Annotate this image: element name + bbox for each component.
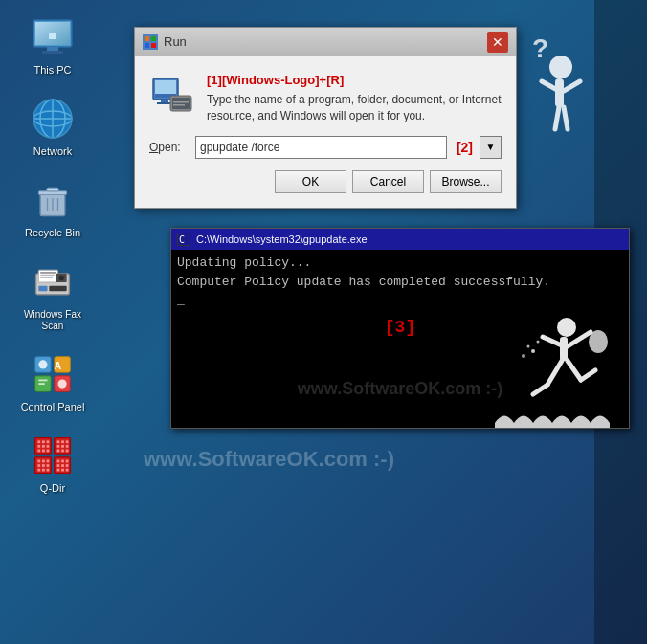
svg-line-110: [564, 81, 580, 91]
cmd-title-icon: C: [177, 233, 190, 246]
svg-rect-33: [38, 379, 47, 381]
desktop-icon-control-panel[interactable]: A Control Panel: [10, 346, 96, 418]
svg-rect-84: [161, 100, 168, 102]
svg-rect-44: [42, 445, 45, 448]
svg-line-98: [533, 385, 547, 394]
svg-rect-77: [151, 36, 156, 41]
control-panel-label: Control Panel: [21, 401, 85, 413]
svg-rect-40: [37, 440, 40, 443]
svg-rect-52: [57, 445, 60, 448]
svg-rect-90: [173, 104, 185, 106]
svg-rect-20: [40, 272, 56, 274]
network-icon: [30, 96, 76, 142]
svg-rect-48: [47, 449, 50, 452]
svg-rect-66: [47, 469, 50, 472]
run-dialog-close-button[interactable]: ✕: [487, 32, 508, 53]
svg-rect-51: [66, 440, 69, 443]
cmd-title-text: C:\Windows\system32\gpupdate.exe: [196, 233, 623, 245]
run-dialog-instruction-block: [1][Windows-Logo]+[R] Type the name of a…: [207, 71, 502, 124]
svg-line-100: [581, 370, 595, 380]
svg-rect-58: [37, 459, 40, 462]
svg-rect-34: [38, 383, 44, 385]
svg-rect-22: [40, 277, 53, 278]
cmd-titlebar: C C:\Windows\system32\gpupdate.exe: [171, 229, 629, 250]
run-dialog-icon: [149, 71, 195, 121]
run-dropdown-button[interactable]: ▼: [480, 136, 502, 159]
recycle-bin-label: Recycle Bin: [25, 227, 80, 239]
svg-rect-76: [145, 36, 149, 41]
desktop-icon-q-dir[interactable]: Q-Dir: [10, 428, 96, 500]
svg-rect-70: [57, 464, 60, 467]
svg-point-107: [549, 56, 572, 78]
svg-rect-5: [49, 33, 56, 39]
desktop-icon-this-pc[interactable]: This PC: [10, 10, 96, 81]
desktop-icon-network[interactable]: Network: [10, 91, 96, 163]
svg-rect-3: [47, 47, 58, 51]
cmd-line1: Updating policy...: [177, 254, 623, 273]
run-ok-button[interactable]: OK: [275, 170, 346, 193]
cmd-body: Updating policy... Computer Policy updat…: [171, 250, 629, 344]
svg-rect-61: [37, 464, 40, 467]
svg-rect-54: [66, 445, 69, 448]
svg-rect-14: [47, 189, 59, 192]
svg-rect-46: [37, 449, 40, 452]
svg-rect-57: [66, 449, 69, 452]
this-pc-label: This PC: [33, 64, 71, 77]
svg-rect-13: [38, 191, 66, 195]
svg-point-102: [531, 349, 535, 353]
desktop-icon-windows-fax-scan[interactable]: Windows Fax Scan: [10, 255, 96, 337]
svg-rect-78: [145, 43, 149, 48]
windows-fax-scan-icon: [30, 259, 76, 305]
svg-rect-72: [66, 464, 69, 467]
cmd-line2: Computer Policy update has completed suc…: [177, 273, 623, 292]
this-pc-icon: [30, 14, 76, 60]
svg-rect-68: [61, 459, 64, 462]
svg-rect-88: [172, 98, 190, 109]
run-dialog-header: [1][Windows-Logo]+[R] Type the name of a…: [149, 71, 502, 124]
svg-point-103: [527, 345, 530, 348]
network-label: Network: [33, 145, 72, 158]
svg-rect-50: [61, 440, 64, 443]
recycle-bin-icon: [30, 177, 76, 223]
svg-rect-49: [57, 440, 60, 443]
svg-line-99: [568, 361, 581, 380]
svg-text:?: ?: [532, 33, 548, 63]
desktop-icons: This PC Network: [0, 0, 105, 644]
run-dialog-body: [1][Windows-Logo]+[R] Type the name of a…: [135, 56, 516, 208]
svg-rect-64: [37, 469, 40, 472]
svg-rect-74: [61, 469, 64, 472]
run-browse-button[interactable]: Browse...: [430, 170, 502, 193]
step1-label: [1][Windows-Logo]+[R]: [207, 73, 344, 87]
svg-rect-71: [61, 464, 64, 467]
run-open-label: Open:: [149, 141, 188, 154]
svg-line-109: [542, 81, 559, 91]
svg-rect-108: [555, 78, 564, 107]
svg-rect-69: [66, 459, 69, 462]
run-dialog-title: Run: [164, 34, 187, 49]
q-dir-label: Q-Dir: [40, 482, 65, 495]
run-cancel-button[interactable]: Cancel: [352, 170, 424, 193]
windows-fax-scan-label: Windows Fax Scan: [14, 309, 91, 332]
run-title-icon: [143, 34, 158, 50]
svg-rect-42: [47, 440, 50, 443]
run-title-left: Run: [143, 34, 187, 50]
svg-rect-75: [66, 469, 69, 472]
svg-rect-73: [57, 469, 60, 472]
svg-rect-4: [42, 51, 63, 54]
control-panel-icon: A: [30, 351, 76, 397]
svg-text:A: A: [55, 361, 62, 371]
desktop-icon-recycle-bin[interactable]: Recycle Bin: [10, 172, 96, 244]
svg-rect-55: [57, 449, 60, 452]
svg-rect-41: [42, 440, 45, 443]
cmd-cursor: _: [177, 291, 623, 310]
run-instruction-text: Type the name of a program, folder, docu…: [207, 92, 502, 124]
svg-rect-26: [49, 285, 66, 291]
svg-rect-59: [42, 459, 45, 462]
svg-rect-25: [38, 285, 47, 291]
svg-rect-65: [42, 469, 45, 472]
svg-rect-53: [61, 445, 64, 448]
run-input-field[interactable]: [195, 136, 447, 159]
cmd-watermark: www.SoftwareOK.com :-): [298, 379, 502, 399]
svg-rect-63: [47, 464, 50, 467]
run-open-row: Open: [2] ▼: [149, 136, 502, 159]
